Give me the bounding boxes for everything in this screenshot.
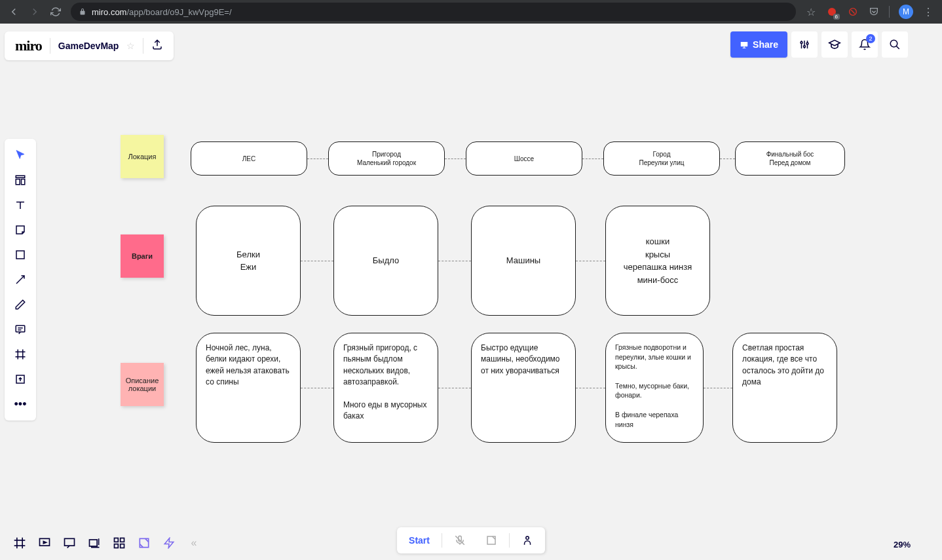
canvas[interactable]: Локация Враги Описание локации ЛЕС Приго…	[0, 24, 942, 560]
back-icon[interactable]	[8, 6, 20, 18]
connector	[576, 261, 605, 261]
svg-rect-29	[115, 538, 119, 542]
svg-point-3	[801, 42, 802, 44]
desc-box-0[interactable]: Ночной лес, луна, белки кидают орехи, еж…	[196, 333, 301, 443]
left-toolbar: •••	[5, 139, 36, 420]
mic-icon[interactable]	[445, 530, 475, 551]
divider	[143, 38, 143, 54]
activity-icon[interactable]	[109, 532, 130, 553]
notification-icon[interactable]: 2	[852, 31, 878, 58]
enemy-box-2[interactable]: Машины	[471, 206, 576, 316]
favorite-star-icon[interactable]: ☆	[126, 41, 135, 51]
svg-marker-34	[164, 538, 174, 548]
app-icon[interactable]	[134, 532, 155, 553]
bolt-icon[interactable]	[159, 532, 179, 553]
connector	[307, 159, 328, 159]
shape-icon[interactable]	[8, 242, 33, 267]
svg-line-7	[896, 46, 899, 49]
collapse-icon[interactable]: «	[183, 532, 204, 553]
svg-line-12	[16, 276, 24, 284]
svg-rect-10	[22, 179, 25, 185]
svg-marker-26	[43, 542, 46, 544]
svg-rect-32	[121, 544, 124, 548]
separator	[442, 533, 442, 548]
svg-rect-30	[121, 538, 124, 542]
extension-icon[interactable]: 6	[826, 6, 838, 18]
comments-icon[interactable]	[59, 532, 80, 553]
loc-box-3[interactable]: Город Переулки улиц	[603, 141, 720, 176]
learn-icon[interactable]	[821, 31, 848, 58]
enemy-box-0[interactable]: Белки Ежи	[196, 206, 301, 316]
comment-icon[interactable]	[8, 317, 33, 342]
share-button[interactable]: Share	[730, 31, 787, 58]
svg-rect-28	[90, 540, 98, 546]
search-icon[interactable]	[882, 31, 908, 58]
connector	[301, 261, 333, 261]
lock-icon	[79, 8, 86, 16]
svg-rect-13	[16, 326, 25, 332]
bottom-left-tools: «	[9, 532, 204, 553]
loc-box-0[interactable]: ЛЕС	[191, 141, 307, 176]
svg-rect-27	[65, 538, 75, 546]
desc-box-4[interactable]: Светлая простая локация, где все что ост…	[732, 333, 837, 443]
text-icon[interactable]	[8, 193, 33, 217]
url-domain: miro.com	[92, 7, 126, 17]
desc-box-3[interactable]: Грязные подворотни и переулки, злые кошк…	[605, 333, 704, 443]
more-tools-icon[interactable]: •••	[8, 392, 33, 417]
menu-icon[interactable]: ⋮	[922, 6, 934, 18]
url-bar[interactable]: miro.com/app/board/o9J_kwVpg9E=/	[71, 3, 796, 21]
sticky-note-icon[interactable]	[8, 217, 33, 242]
url-path: /app/board/o9J_kwVpg9E=/	[126, 7, 231, 17]
connector	[438, 388, 471, 388]
extension2-icon[interactable]	[847, 6, 859, 18]
start-button[interactable]: Start	[400, 530, 439, 551]
templates-icon[interactable]	[8, 168, 33, 193]
browser-bar: miro.com/app/board/o9J_kwVpg9E=/ ☆ 6 M ⋮	[0, 0, 942, 24]
pen-icon[interactable]	[8, 292, 33, 317]
export-icon[interactable]	[151, 39, 163, 53]
sticky-desc[interactable]: Описание локации	[121, 363, 164, 406]
divider	[50, 38, 50, 54]
settings-icon[interactable]	[791, 31, 818, 58]
sticky-location[interactable]: Локация	[121, 135, 164, 178]
svg-rect-9	[16, 179, 20, 185]
connector	[582, 159, 603, 159]
miro-logo[interactable]: miro	[15, 37, 42, 54]
svg-point-4	[804, 46, 806, 48]
loc-box-1[interactable]: Пригород Маленький городок	[328, 141, 445, 176]
zoom-level[interactable]: 29%	[894, 540, 911, 550]
svg-point-5	[806, 43, 808, 45]
desc-box-2[interactable]: Быстро едущие машины, необходимо от них …	[471, 333, 576, 443]
frame-icon[interactable]	[8, 342, 33, 367]
enemy-box-1[interactable]: Быдло	[333, 206, 438, 316]
select-tool-icon[interactable]	[8, 143, 33, 168]
frame-tool-icon[interactable]	[9, 532, 30, 553]
enemy-box-3[interactable]: кошки крысы черепашка нинзя мини-босс	[605, 206, 710, 316]
line-icon[interactable]	[8, 267, 33, 292]
upload-icon[interactable]	[8, 367, 33, 392]
pocket-icon[interactable]	[868, 6, 880, 18]
forward-icon[interactable]	[29, 6, 41, 18]
connector	[576, 388, 605, 388]
reactions-icon[interactable]	[512, 530, 542, 551]
screen-share-icon[interactable]	[476, 530, 506, 551]
connector	[438, 261, 471, 261]
sticky-enemies[interactable]: Враги	[121, 234, 164, 278]
connector	[704, 388, 732, 388]
svg-point-38	[526, 536, 529, 540]
loc-box-2[interactable]: Шоссе	[466, 141, 582, 176]
svg-rect-8	[16, 176, 25, 177]
loc-box-4[interactable]: Финальный бос Перед домом	[735, 141, 845, 176]
connector	[720, 159, 735, 159]
board-name[interactable]: GameDevMap	[58, 41, 119, 51]
reload-icon[interactable]	[50, 6, 62, 18]
header-card: miro GameDevMap ☆	[5, 31, 174, 60]
star-icon[interactable]: ☆	[805, 6, 817, 18]
connector	[301, 388, 333, 388]
present-tool-icon[interactable]	[34, 532, 55, 553]
cards-icon[interactable]	[84, 532, 105, 553]
separator	[509, 533, 510, 548]
browser-avatar[interactable]: M	[899, 5, 913, 19]
bottom-center-bar: Start	[397, 527, 545, 553]
desc-box-1[interactable]: Грязный пригород, с пьяным быдлом нескол…	[333, 333, 438, 443]
